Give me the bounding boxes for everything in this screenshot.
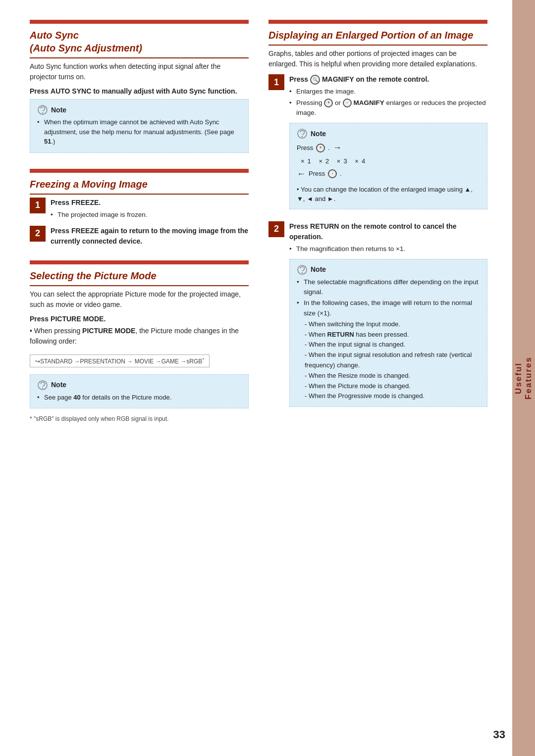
note-icon3 [297, 128, 308, 139]
auto-sync-note: Note When the optimum image cannot be ac… [30, 99, 249, 153]
enlarge-step1: 1 Press 🔍 MAGNIFY on the remote control.… [268, 74, 487, 216]
step1-number: 1 [30, 198, 46, 213]
picture-footnote: * "sRGB" is displayed only when RGB sign… [30, 415, 249, 422]
auto-sync-note-list: When the optimum image cannot be achieve… [37, 117, 241, 147]
note2-sub7: - When the Progressive mode is changed. [305, 391, 480, 402]
auto-sync-note-title: Note [37, 104, 241, 115]
enlarge-s1-item1: Enlarges the image. [289, 87, 487, 97]
step1-content: Press FREEZE. The projected image is fro… [51, 198, 249, 221]
enlarge-bar [268, 20, 487, 24]
note2-sub6: - When the Picture mode is changed. [305, 381, 480, 392]
note-icon [37, 104, 48, 115]
magnify-btn1: 🔍 [310, 75, 320, 85]
step2-number: 2 [30, 226, 46, 242]
step2-content: Press FREEZE again to return to the movi… [51, 226, 249, 247]
circle-minus: - [328, 169, 337, 178]
enlarge-step2: 2 Press RETURN on the remote control to … [268, 221, 487, 414]
arrow-right: → [333, 141, 342, 154]
press-label2: Press [309, 169, 325, 179]
enlarge-note2-list: The selectable magnifications differ dep… [297, 277, 480, 318]
enlarge-note2-label: Note [311, 264, 326, 275]
picture-mode-section: Selecting the Picture Mode You can selec… [30, 260, 249, 423]
enlarge-body: Graphs, tables and other portions of pro… [268, 49, 487, 69]
picture-note-title: Note [37, 380, 241, 391]
picture-mode-note: Note See page 40 for details on the Pict… [30, 374, 249, 409]
enlarge-note1-title: Note [297, 128, 480, 139]
enlarge-step1-note: Note Press + . → ×1 ×2 ×3 [289, 123, 487, 209]
note2-subitems: - When switching the Input mode. - When … [297, 319, 480, 402]
magnify-btn2: + [324, 99, 333, 107]
picture-note-list: See page 40 for details on the Picture m… [37, 393, 241, 403]
page-number: 33 [493, 728, 505, 741]
auto-sync-section: Auto Sync(Auto Sync Adjustment) Auto Syn… [30, 20, 249, 160]
main-content: Auto Sync(Auto Sync Adjustment) Auto Syn… [0, 0, 512, 756]
enlarge-step2-num: 2 [268, 221, 284, 237]
note2-sub2: - When RETURN has been pressed. [305, 330, 480, 340]
arrow-left: ← [297, 167, 306, 181]
note2-sub5: - When the Resize mode is changed. [305, 371, 480, 381]
press-forward: Press + . → [297, 141, 480, 154]
press-backward: ← Press - . [297, 167, 480, 181]
picture-mode-body: You can select the appropriate Picture m… [30, 289, 249, 310]
note2-item1: The selectable magnifications differ dep… [297, 277, 480, 298]
col-left: Auto Sync(Auto Sync Adjustment) Auto Syn… [30, 20, 249, 726]
svg-point-3 [42, 388, 43, 389]
freeze-step1: 1 Press FREEZE. The projected image is f… [30, 198, 249, 221]
svg-point-1 [42, 112, 43, 113]
note-icon4 [297, 264, 308, 275]
enlarge-step1-content: Press 🔍 MAGNIFY on the remote control. E… [289, 74, 487, 216]
press-label1: Press [297, 143, 313, 153]
note2-item2: In the following cases, the image will r… [297, 298, 480, 318]
enlarge-location-note: • You can change the location of the enl… [297, 185, 480, 204]
freeze-title: Freezing a Moving Image [30, 178, 249, 195]
side-tab-text: UsefulFeatures [514, 356, 534, 400]
enlarge-s1-item2: Pressing + or - MAGNIFY enlarges or redu… [289, 98, 487, 118]
picture-mode-bar [30, 260, 249, 264]
picture-mode-instruction-body: • When pressing PICTURE MODE, the Pictur… [30, 326, 249, 347]
note-item: When the optimum image cannot be achieve… [37, 117, 241, 147]
enlarge-title: Displaying an Enlarged Portion of an Ima… [268, 29, 487, 46]
enlarge-step2-content: Press RETURN on the remote control to ca… [289, 221, 487, 414]
enlarge-note1-label: Note [311, 129, 326, 139]
picture-note-item: See page 40 for details on the Picture m… [37, 393, 241, 403]
picture-note-label: Note [51, 380, 66, 390]
mode-flow: ↪STANDARD →PRESENTATION → MOVIE →GAME →s… [30, 354, 210, 367]
magnify-btn3: - [343, 99, 352, 107]
col-right: Displaying an Enlarged Portion of an Ima… [268, 20, 487, 726]
page-container: Auto Sync(Auto Sync Adjustment) Auto Syn… [0, 0, 535, 756]
auto-sync-bar [30, 20, 249, 24]
note2-sub4: - When the input signal resolution and r… [305, 350, 480, 371]
note2-sub1: - When switching the Input mode. [305, 319, 480, 330]
svg-point-7 [302, 272, 303, 273]
note-icon2 [37, 380, 48, 391]
freeze-section: Freezing a Moving Image 1 Press FREEZE. … [30, 169, 249, 252]
columns: Auto Sync(Auto Sync Adjustment) Auto Syn… [30, 20, 487, 726]
auto-sync-title: Auto Sync(Auto Sync Adjustment) [30, 29, 249, 58]
picture-mode-title: Selecting the Picture Mode [30, 269, 249, 286]
enlarge-s2-item1: The magnification then returns to ×1. [289, 244, 487, 254]
step1-title: Press FREEZE. [51, 198, 249, 208]
step2-title: Press FREEZE again to return to the movi… [51, 226, 249, 247]
picture-mode-keyword: PICTURE MODE. [51, 315, 106, 323]
side-tab: UsefulFeatures [512, 0, 535, 756]
note2-sub3: - When the input signal is changed. [305, 340, 480, 350]
circle-plus: + [316, 144, 325, 152]
note-label: Note [51, 105, 66, 115]
auto-sync-body: Auto Sync function works when detecting … [30, 61, 249, 82]
enlarge-step2-title: Press RETURN on the remote control to ca… [289, 221, 487, 242]
freeze-step2: 2 Press FREEZE again to return to the mo… [30, 226, 249, 247]
auto-sync-instruction: Press AUTO SYNC to manually adjust with … [30, 87, 249, 95]
enlarge-step1-num: 1 [268, 74, 284, 90]
svg-point-5 [302, 136, 303, 137]
enlarge-step2-note: Note The selectable magnifications diffe… [289, 259, 487, 407]
enlarge-note2-title: Note [297, 264, 480, 275]
magnify-diagram: Press + . → ×1 ×2 ×3 ×4 ← Press [297, 141, 480, 181]
step1-item: The projected image is frozen. [51, 210, 249, 220]
enlarge-step1-title: Press 🔍 MAGNIFY on the remote control. [289, 74, 487, 85]
picture-mode-instruction: Press PICTURE MODE. [30, 315, 249, 323]
scale-row: ×1 ×2 ×3 ×4 [301, 156, 476, 166]
freeze-bar [30, 169, 249, 173]
enlarge-section: Displaying an Enlarged Portion of an Ima… [268, 20, 487, 419]
auto-sync-keyword: AUTO SYNC [51, 87, 91, 95]
